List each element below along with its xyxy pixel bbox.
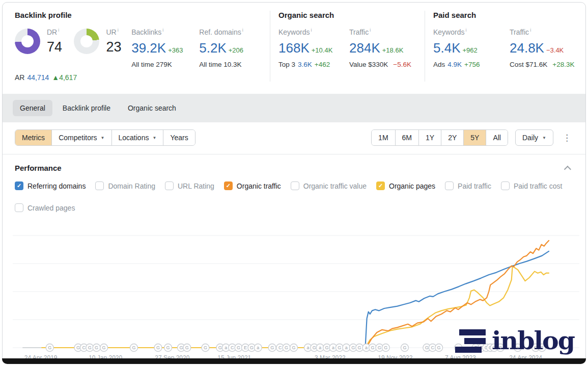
summary-stats: Backlink profile DRi 74 URi 23	[3, 3, 585, 87]
info-icon[interactable]: i	[58, 28, 59, 33]
report-tabs: General Backlink profile Organic search	[3, 94, 585, 122]
svg-text:a: a	[332, 345, 334, 350]
checkbox-box[interactable]: ✓	[376, 181, 385, 190]
metric-label: Keywords	[433, 28, 464, 36]
section-title: Paid search	[433, 11, 586, 19]
ur-label: UR	[106, 28, 116, 36]
svg-text:G: G	[313, 345, 316, 350]
checkbox-paid-traffic[interactable]: ✓Paid traffic	[445, 181, 491, 190]
metric-subtext: All time 10.3K	[199, 61, 241, 68]
range-all-button[interactable]: All	[486, 130, 508, 145]
organic-search-section: Organic search Keywordsi 168K+10.4K Top …	[270, 11, 425, 82]
metric-subdelta: −5.6K	[393, 61, 411, 68]
svg-text:G: G	[378, 345, 381, 350]
years-button[interactable]: Years	[163, 130, 194, 145]
chevron-down-icon: ▼	[101, 136, 105, 140]
tab-general[interactable]: General	[13, 100, 52, 116]
metric-sublink[interactable]: 3.6K	[298, 61, 312, 68]
info-icon[interactable]: i	[370, 28, 371, 33]
inblog-watermark: inblog	[455, 328, 574, 353]
granularity-dropdown[interactable]: Daily▼	[515, 129, 553, 146]
svg-text:G: G	[218, 345, 222, 350]
more-options-icon[interactable]: ⋮	[561, 133, 573, 143]
metric-subdelta: +462	[315, 61, 330, 68]
svg-text:G: G	[95, 345, 98, 350]
svg-text:C: C	[431, 345, 434, 350]
info-icon[interactable]: i	[242, 28, 243, 33]
checkbox-box[interactable]: ✓	[165, 181, 174, 190]
svg-text:G: G	[358, 345, 361, 350]
info-icon[interactable]: i	[162, 28, 163, 33]
metric-value[interactable]: 168K	[278, 40, 310, 56]
paid-keywords-metric: Keywordsi 5.4K+962 Ads4.9K+756	[433, 28, 496, 68]
ahrefs-rank-line: AR44,714▲4,617	[15, 73, 270, 82]
backlinks-metric: Backlinksi 39.2K+363 All time 279K	[131, 28, 186, 68]
info-icon[interactable]: i	[530, 28, 531, 33]
svg-text:G: G	[132, 345, 135, 350]
metric-delta: +10.4K	[312, 46, 333, 54]
checkbox-box[interactable]: ✓	[15, 181, 23, 190]
checkbox-box[interactable]: ✓	[95, 181, 104, 190]
svg-text:G: G	[270, 345, 274, 350]
metric-delta: +18.6K	[382, 46, 404, 54]
metric-value[interactable]: 5.2K	[199, 40, 227, 56]
svg-text:C: C	[231, 345, 234, 350]
range-6m-button[interactable]: 6M	[395, 130, 418, 145]
checkbox-domain-rating[interactable]: ✓Domain Rating	[95, 181, 155, 190]
svg-text:G: G	[338, 345, 341, 350]
checkbox-organic-traffic-value[interactable]: ✓Organic traffic value	[291, 181, 367, 190]
tab-backlink-profile[interactable]: Backlink profile	[55, 100, 118, 116]
info-icon[interactable]: i	[118, 28, 119, 33]
svg-text:a: a	[319, 345, 321, 350]
range-5y-button[interactable]: 5Y	[463, 130, 486, 145]
checkbox-organic-traffic[interactable]: ✓Organic traffic	[224, 181, 281, 190]
metric-sublink[interactable]: 4.9K	[447, 61, 462, 68]
checkbox-box[interactable]: ✓	[15, 203, 23, 212]
metric-label: Ref. domains	[199, 28, 241, 36]
info-icon[interactable]: i	[465, 28, 466, 33]
date-range-switcher: 1M 6M 1Y 2Y 5Y All	[371, 129, 508, 146]
metric-delta: +206	[229, 46, 243, 54]
ur-value: 23	[106, 39, 121, 55]
collapse-chevron-icon[interactable]	[564, 166, 571, 173]
dr-value: 74	[47, 39, 62, 55]
checkbox-referring-domains[interactable]: ✓Referring domains	[15, 181, 86, 190]
metrics-button[interactable]: Metrics	[15, 130, 51, 145]
checkbox-paid-traffic-cost[interactable]: ✓Paid traffic cost	[501, 181, 562, 190]
info-icon[interactable]: i	[311, 28, 312, 33]
organic-traffic-metric: Traffici 284K+18.6K Value $330K−5.6K	[349, 28, 411, 68]
metric-value[interactable]: 39.2K	[131, 40, 166, 56]
checkbox-box[interactable]: ✓	[501, 181, 510, 190]
svg-text:G: G	[179, 345, 183, 350]
metric-value[interactable]: 5.4K	[433, 40, 461, 56]
range-1m-button[interactable]: 1M	[372, 130, 395, 145]
checkbox-crawled-pages[interactable]: ✓Crawled pages	[15, 203, 75, 212]
svg-text:G: G	[88, 345, 92, 350]
metric-subdelta: +756	[464, 61, 480, 68]
range-1y-button[interactable]: 1Y	[418, 130, 441, 145]
svg-text:a: a	[345, 345, 348, 350]
metric-delta: −3.4K	[546, 46, 564, 54]
ar-value[interactable]: 44,714	[27, 73, 49, 82]
metric-value[interactable]: 24.8K	[510, 40, 544, 56]
checkbox-box[interactable]: ✓	[445, 181, 454, 190]
competitors-dropdown[interactable]: Competitors▼	[51, 130, 111, 145]
tab-organic-search[interactable]: Organic search	[121, 100, 183, 116]
locations-dropdown[interactable]: Locations▼	[111, 130, 163, 145]
chevron-down-icon: ▼	[542, 136, 546, 140]
section-title: Organic search	[278, 11, 425, 19]
svg-text:G: G	[237, 345, 240, 350]
checkbox-box[interactable]: ✓	[291, 181, 299, 190]
chevron-down-icon: ▼	[152, 136, 156, 140]
window-bottom-edge	[2, 358, 586, 364]
range-2y-button[interactable]: 2Y	[441, 130, 463, 145]
paid-traffic-metric: Traffici 24.8K−3.4K Cost $71.6K+28.3K	[510, 28, 574, 68]
metric-value[interactable]: 284K	[349, 40, 380, 56]
svg-text:G: G	[48, 345, 51, 350]
metric-subtext: Value $330K	[349, 61, 388, 68]
checkbox-url-rating[interactable]: ✓URL Rating	[165, 181, 214, 190]
checkbox-box[interactable]: ✓	[224, 181, 233, 190]
svg-text:G: G	[76, 345, 80, 350]
checkbox-organic-pages[interactable]: ✓Organic pages	[376, 181, 435, 190]
url-rating-gauge: URi 23	[74, 28, 131, 68]
